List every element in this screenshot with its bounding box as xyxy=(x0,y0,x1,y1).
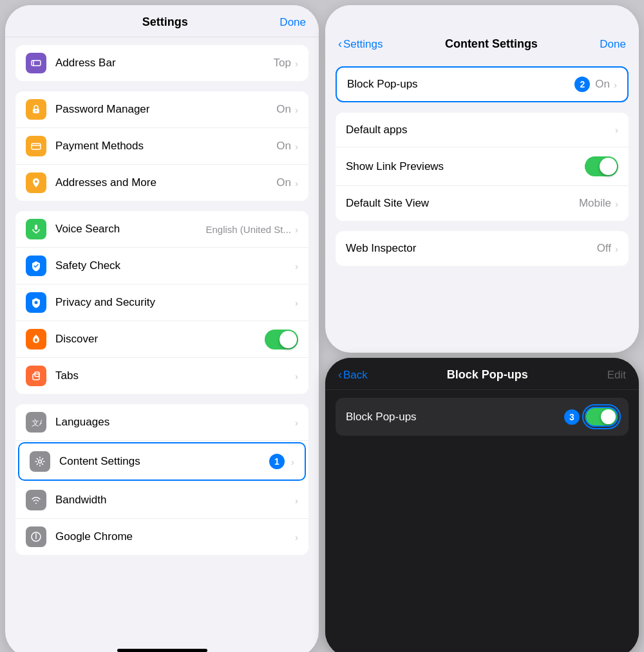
addresses-icon xyxy=(26,172,46,193)
payment-methods-label: Payment Methods xyxy=(55,140,276,153)
svg-rect-0 xyxy=(32,61,41,66)
payment-methods-row[interactable]: Payment Methods On › xyxy=(15,128,308,165)
languages-row[interactable]: 文A Languages › xyxy=(15,404,308,441)
bandwidth-row[interactable]: Bandwidth › xyxy=(15,482,308,519)
web-inspector-group: Web Inspector Off › xyxy=(336,231,629,266)
left-panel: Settings Done Address Bar Top › xyxy=(5,5,319,652)
password-manager-row[interactable]: Password Manager On › xyxy=(15,91,308,128)
group1: Password Manager On › Payment Methods On… xyxy=(15,91,308,201)
google-chrome-chevron: › xyxy=(295,532,298,543)
voice-search-row[interactable]: Voice Search English (United St... › xyxy=(15,211,308,248)
addresses-chevron: › xyxy=(295,178,298,189)
tabs-row[interactable]: Tabs › xyxy=(15,358,308,394)
block-popups-dark-label: Block Pop-ups xyxy=(346,411,564,424)
block-popups-dark-toggle[interactable] xyxy=(585,407,618,427)
content-settings-badge: 1 xyxy=(269,454,285,469)
address-bar-value: Top xyxy=(274,57,291,70)
bandwidth-label: Bandwidth xyxy=(55,494,294,507)
content-settings-chevron: › xyxy=(291,456,294,467)
right-top-back[interactable]: ‹ Settings xyxy=(338,37,383,51)
content-settings-row[interactable]: Content Settings 1 › xyxy=(18,442,306,481)
safety-check-icon xyxy=(26,256,46,276)
svg-text:文A: 文A xyxy=(32,418,42,427)
default-apps-row[interactable]: Default apps › xyxy=(336,113,629,147)
default-site-view-row[interactable]: Default Site View Mobile › xyxy=(336,186,629,221)
default-site-view-chevron: › xyxy=(615,198,618,209)
safety-check-row[interactable]: Safety Check › xyxy=(15,248,308,284)
languages-icon: 文A xyxy=(26,412,46,433)
svg-point-9 xyxy=(35,301,38,304)
voice-search-label: Voice Search xyxy=(55,223,205,236)
svg-rect-4 xyxy=(32,144,41,149)
tabs-label: Tabs xyxy=(55,369,294,382)
block-popups-label: Block Pop-ups xyxy=(347,78,574,91)
right-top-done[interactable]: Done xyxy=(600,38,626,51)
svg-point-13 xyxy=(39,460,42,463)
block-popups-dark-badge: 3 xyxy=(564,409,580,425)
right-bottom-back-label: Back xyxy=(343,369,368,382)
privacy-security-icon xyxy=(26,292,46,313)
left-nav-done[interactable]: Done xyxy=(279,16,306,29)
left-nav-bar: Settings Done xyxy=(5,5,319,37)
right-bottom-panel: ‹ Back Block Pop-ups Edit Block Pop-ups … xyxy=(325,358,639,652)
right-bottom-nav: ‹ Back Block Pop-ups Edit xyxy=(325,358,639,390)
safety-check-chevron: › xyxy=(295,261,298,272)
right-top-back-label: Settings xyxy=(343,38,383,51)
google-chrome-label: Google Chrome xyxy=(55,530,294,543)
address-bar-chevron: › xyxy=(295,58,298,69)
default-apps-chevron: › xyxy=(615,124,618,135)
web-inspector-row[interactable]: Web Inspector Off › xyxy=(336,231,629,266)
discover-icon xyxy=(26,329,46,349)
languages-chevron: › xyxy=(295,417,298,428)
bandwidth-icon xyxy=(26,490,46,510)
right-top-nav-title: Content Settings xyxy=(445,37,538,51)
right-top-panel: ‹ Settings Content Settings Done Block P… xyxy=(325,5,639,353)
google-chrome-row[interactable]: Google Chrome › xyxy=(15,519,308,555)
block-popups-chevron: › xyxy=(614,79,617,90)
addresses-row[interactable]: Addresses and More On › xyxy=(15,165,308,201)
password-manager-icon xyxy=(26,99,46,120)
block-popups-value: On xyxy=(595,78,610,91)
google-chrome-icon xyxy=(26,526,46,547)
svg-point-6 xyxy=(35,180,37,183)
default-site-view-label: Default Site View xyxy=(346,197,579,210)
address-bar-label: Address Bar xyxy=(55,57,274,70)
privacy-security-label: Privacy and Security xyxy=(55,296,294,309)
web-inspector-label: Web Inspector xyxy=(346,242,597,255)
address-bar-icon xyxy=(26,53,46,73)
addresses-value: On xyxy=(276,176,291,189)
discover-row[interactable]: Discover xyxy=(15,321,308,358)
voice-search-value: English (United St... xyxy=(205,224,291,235)
svg-point-3 xyxy=(35,110,37,111)
password-manager-value: On xyxy=(276,103,291,116)
tabs-chevron: › xyxy=(295,371,298,382)
block-popups-badge: 2 xyxy=(574,77,590,92)
left-nav-title: Settings xyxy=(142,15,188,29)
svg-point-16 xyxy=(35,534,37,535)
discover-toggle[interactable] xyxy=(265,330,298,349)
right-bottom-edit[interactable]: Edit xyxy=(607,369,626,382)
right-top-scroll: Block Pop-ups 2 On › Default apps › Show… xyxy=(325,59,639,353)
right-bottom-nav-title: Block Pop-ups xyxy=(447,368,528,382)
addresses-label: Addresses and More xyxy=(55,176,276,189)
right-bottom-back[interactable]: ‹ Back xyxy=(338,368,368,382)
block-popups-row[interactable]: Block Pop-ups 2 On › xyxy=(336,66,629,102)
left-scroll-content: Address Bar Top › Password Manager On › xyxy=(5,37,319,644)
content-settings-group: Default apps › Show Link Previews Defaul… xyxy=(336,113,629,221)
show-link-previews-toggle[interactable] xyxy=(585,156,618,176)
tabs-icon xyxy=(26,366,46,386)
privacy-security-row[interactable]: Privacy and Security › xyxy=(15,284,308,321)
bandwidth-chevron: › xyxy=(295,495,298,506)
show-link-previews-row[interactable]: Show Link Previews xyxy=(336,147,629,186)
back-chevron-icon: ‹ xyxy=(338,37,342,51)
password-manager-label: Password Manager xyxy=(55,103,276,116)
address-bar-row[interactable]: Address Bar Top › xyxy=(15,45,308,81)
home-indicator xyxy=(117,649,207,652)
svg-rect-7 xyxy=(35,225,37,230)
block-popups-dark-row[interactable]: Block Pop-ups 3 xyxy=(336,398,629,436)
web-inspector-chevron: › xyxy=(615,243,618,254)
payment-methods-chevron: › xyxy=(295,141,298,152)
languages-label: Languages xyxy=(55,416,294,429)
voice-search-chevron: › xyxy=(295,224,298,235)
right-panel: ‹ Settings Content Settings Done Block P… xyxy=(325,5,639,652)
